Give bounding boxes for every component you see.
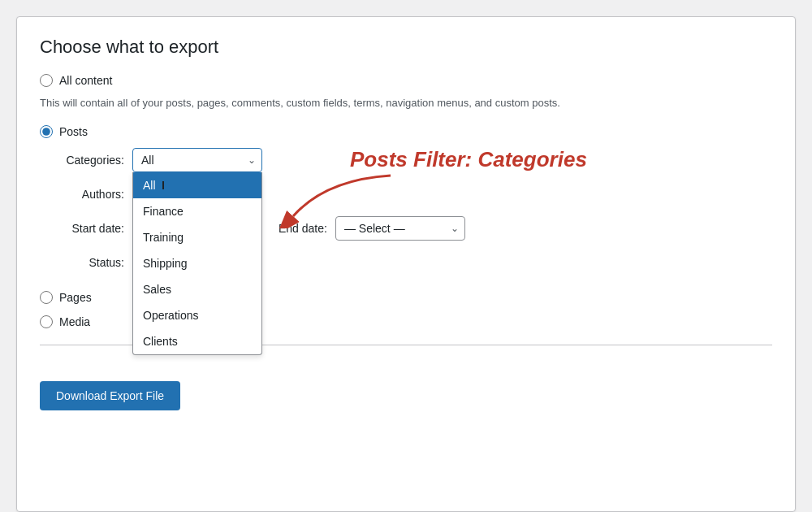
end-date-select-wrapper: — Select — ⌄ — [335, 216, 465, 241]
all-content-option: All content — [40, 74, 772, 87]
media-radio[interactable] — [40, 315, 53, 328]
page-title: Choose what to export — [40, 37, 772, 58]
end-date-label: End date: — [279, 222, 327, 235]
status-label: Status: — [59, 256, 124, 269]
dropdown-item-operations-text: Operations — [143, 309, 198, 322]
all-content-radio[interactable] — [40, 74, 53, 87]
dropdown-item-shipping-text: Shipping — [143, 257, 188, 270]
dropdown-item-finance[interactable]: Finance — [133, 198, 261, 224]
media-text: Media — [59, 315, 90, 328]
categories-select[interactable]: All ⌄ — [132, 148, 262, 172]
authors-label: Authors: — [59, 188, 124, 201]
posts-radio[interactable] — [40, 125, 53, 138]
posts-text: Posts — [59, 125, 88, 138]
categories-wrapper: All ⌄ All Finance Training — [132, 148, 262, 172]
pages-text: Pages — [59, 291, 92, 304]
dropdown-item-clients[interactable]: Clients — [133, 328, 261, 354]
dropdown-item-training[interactable]: Training — [133, 224, 261, 250]
description-text: This will contain all of your posts, pag… — [40, 95, 772, 112]
all-content-text: All content — [59, 74, 112, 87]
categories-label: Categories: — [59, 154, 124, 167]
export-card: Choose what to export All content This w… — [16, 16, 796, 512]
posts-filters: Categories: All ⌄ All Finance Tra — [59, 148, 772, 275]
dropdown-item-clients-text: Clients — [143, 335, 178, 348]
dropdown-item-operations[interactable]: Operations — [133, 302, 261, 328]
dropdown-item-all-text: All — [143, 179, 156, 192]
cursor-indicator — [162, 181, 167, 189]
categories-selected-value: All — [141, 154, 154, 167]
categories-dropdown: All Finance Training Shipping Sales — [132, 172, 262, 355]
dropdown-item-sales-text: Sales — [143, 283, 171, 296]
dropdown-item-sales[interactable]: Sales — [133, 276, 261, 302]
start-date-label: Start date: — [59, 222, 124, 235]
categories-row: Categories: All ⌄ All Finance Tra — [59, 148, 772, 172]
pages-radio[interactable] — [40, 291, 53, 304]
end-date-select[interactable]: — Select — — [335, 216, 465, 241]
download-button[interactable]: Download Export File — [40, 381, 180, 410]
chevron-down-icon: ⌄ — [248, 154, 256, 166]
all-content-label[interactable]: All content — [40, 74, 112, 87]
pages-label[interactable]: Pages — [40, 291, 92, 304]
dropdown-item-training-text: Training — [143, 231, 184, 244]
posts-option: Posts — [40, 125, 772, 138]
posts-label[interactable]: Posts — [40, 125, 88, 138]
dropdown-item-finance-text: Finance — [143, 205, 184, 218]
dropdown-item-all[interactable]: All — [133, 172, 261, 198]
media-label[interactable]: Media — [40, 315, 90, 328]
dropdown-item-shipping[interactable]: Shipping — [133, 250, 261, 276]
